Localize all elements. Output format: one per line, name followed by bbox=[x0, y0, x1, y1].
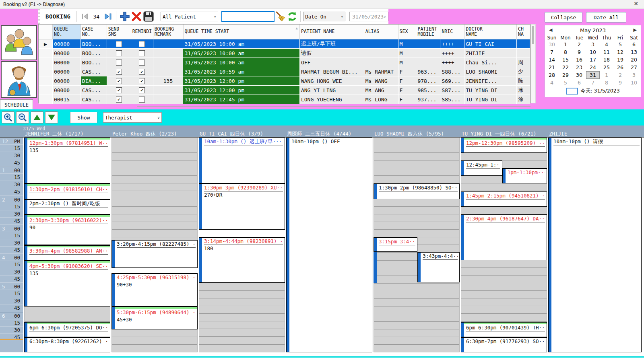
grid-cell[interactable] bbox=[153, 49, 184, 58]
patients-button[interactable] bbox=[1, 25, 37, 60]
clear-search-button[interactable] bbox=[275, 10, 286, 23]
search-input[interactable] bbox=[221, 11, 275, 22]
calendar-day[interactable]: 11 bbox=[600, 48, 613, 56]
calendar-day[interactable]: 4 bbox=[600, 41, 613, 48]
grid-cell[interactable]: 978... bbox=[416, 76, 440, 86]
grid-cell[interactable] bbox=[416, 39, 440, 49]
table-row[interactable]: 00000CAS...✔✔31/05/2023 10:59 amRAHMAT B… bbox=[39, 67, 530, 76]
appointment[interactable]: 6pm-6:30pm (97205375) DO··· bbox=[24, 322, 110, 337]
send-sms-checkbox[interactable] bbox=[116, 60, 122, 66]
grid-cell[interactable]: 少 bbox=[517, 67, 530, 76]
remind-checkbox[interactable] bbox=[139, 41, 145, 47]
grid-cell[interactable]: 135 bbox=[153, 76, 184, 86]
grid-cell[interactable]: ▶ bbox=[39, 39, 53, 49]
grid-cell[interactable] bbox=[131, 95, 153, 104]
grid-cell[interactable] bbox=[39, 76, 53, 86]
scroll-down-button[interactable] bbox=[45, 111, 58, 123]
calendar-day[interactable]: 22 bbox=[559, 64, 572, 71]
grid-cell[interactable]: ++++ bbox=[440, 39, 464, 49]
grid-header-cell[interactable]: SEX bbox=[398, 25, 417, 39]
grid-cell[interactable] bbox=[39, 86, 53, 95]
grid-cell[interactable] bbox=[153, 95, 184, 104]
grid-header-cell[interactable]: REMINDI bbox=[131, 25, 153, 39]
calendar-next-icon[interactable]: ▶ bbox=[634, 27, 637, 33]
calendar-day[interactable]: 17 bbox=[586, 56, 600, 64]
grid-cell[interactable]: 31/05/2023 10:00 am bbox=[183, 49, 300, 58]
grid-cell[interactable] bbox=[131, 49, 153, 58]
unavailable-block[interactable] bbox=[199, 283, 285, 352]
appointment[interactable]: 3:20pm-4:15pm (82227485) ··· bbox=[111, 240, 198, 268]
appointment[interactable]: 1:30pm-2pm (98648850) SO··· bbox=[374, 183, 460, 199]
grid-cell[interactable]: M bbox=[398, 39, 417, 49]
grid-cell[interactable]: CAS... bbox=[81, 95, 107, 104]
grid-cell[interactable] bbox=[39, 67, 53, 76]
patient-filter-select[interactable]: All Patient▾ bbox=[161, 12, 218, 21]
calendar-day[interactable]: 30 bbox=[545, 41, 559, 48]
grid-cell[interactable]: ANG YI LING bbox=[300, 86, 364, 95]
grid-cell[interactable]: ++++ bbox=[440, 49, 464, 58]
calendar-day[interactable]: 7 bbox=[586, 79, 600, 86]
grid-header-cell[interactable]: QUEUE TIME START▲ bbox=[184, 25, 300, 39]
grid-cell[interactable]: GU TI CAI bbox=[464, 39, 517, 49]
appointment[interactable]: 3:15pm-3:4··· bbox=[374, 237, 417, 252]
grid-cell[interactable]: Chau Si... bbox=[464, 58, 517, 67]
grid-cell[interactable]: ++++ bbox=[440, 58, 464, 67]
calendar-prev-icon[interactable]: ◀ bbox=[549, 27, 552, 33]
grid-cell[interactable]: JENNIFE... bbox=[464, 76, 517, 86]
calendar-day[interactable]: 10 bbox=[627, 79, 641, 86]
calendar-day[interactable]: 16 bbox=[572, 56, 586, 64]
splitter-handle[interactable] bbox=[137, 106, 530, 107]
grid-cell[interactable]: 31/05/2023 10:00 am bbox=[183, 39, 300, 49]
appointment[interactable]: 1:45pm-2:15pm (94510821) ··· bbox=[461, 191, 547, 207]
grid-header-cell[interactable]: QUEUE NO. bbox=[53, 25, 81, 39]
table-row[interactable]: 00000BOO...31/05/2023 10:00 am请假M++++ZHI… bbox=[39, 49, 530, 58]
close-button[interactable]: ✕ bbox=[634, 0, 638, 7]
calendar-day[interactable]: 18 bbox=[600, 56, 613, 64]
calendar-day[interactable]: 23 bbox=[572, 64, 586, 71]
appointment[interactable]: 3:43pm-4:4··· bbox=[417, 252, 460, 282]
grid-cell[interactable]: LUO SHAOMI bbox=[464, 67, 517, 76]
grid-header-cell[interactable]: BOOKING REMARK bbox=[153, 25, 184, 39]
grid-cell[interactable]: F bbox=[398, 86, 417, 95]
zoom-out-button[interactable] bbox=[16, 111, 29, 123]
appointment[interactable]: 2pm-2:30pm () 留时间/吃饭 bbox=[24, 199, 110, 214]
first-record-button[interactable] bbox=[79, 10, 91, 23]
grid-cell[interactable] bbox=[364, 49, 398, 58]
grid-cell[interactable]: 00000 bbox=[53, 49, 81, 58]
send-sms-checkbox[interactable]: ✔ bbox=[116, 87, 122, 93]
grid-cell[interactable]: 周 bbox=[517, 58, 530, 67]
grid-cell[interactable]: S69... bbox=[440, 76, 464, 86]
send-sms-checkbox[interactable] bbox=[116, 50, 122, 56]
show-button[interactable]: Show bbox=[70, 112, 97, 123]
grid-cell[interactable] bbox=[416, 58, 440, 67]
calendar-day[interactable]: 21 bbox=[545, 64, 559, 71]
grid-cell[interactable]: 迟上班/早下班 bbox=[300, 39, 364, 49]
unavailable-block[interactable] bbox=[461, 207, 547, 214]
send-sms-checkbox[interactable]: ✔ bbox=[116, 69, 122, 75]
calendar-day[interactable]: 8 bbox=[559, 48, 572, 56]
date-mode-select[interactable]: Date On▾ bbox=[303, 12, 345, 21]
grid-header-cell[interactable]: CH NA bbox=[517, 25, 530, 39]
therapist-column-header[interactable]: LUO SHAOMI 四六休 (5/95) bbox=[374, 131, 444, 137]
grid-cell[interactable] bbox=[364, 58, 398, 67]
remind-checkbox[interactable]: ✔ bbox=[139, 78, 145, 84]
calendar-day[interactable]: 1 bbox=[559, 41, 572, 48]
grid-cell[interactable]: Ms ANG bbox=[364, 86, 398, 95]
appointment[interactable]: 12pm-12:30pm (98595209) ··· bbox=[461, 138, 547, 153]
grid-cell[interactable]: ✔ bbox=[131, 67, 153, 76]
grid-cell[interactable]: 31/05/2023 12:00 pm bbox=[183, 86, 300, 95]
unavailable-block[interactable] bbox=[111, 138, 198, 240]
appointment[interactable]: 12:45pm-1:··· bbox=[461, 160, 502, 176]
calendar-day[interactable]: 19 bbox=[613, 56, 627, 64]
grid-cell[interactable]: 00015 bbox=[53, 95, 81, 104]
appointment[interactable]: 4pm-5:30pm (91083620) SE···135 bbox=[24, 260, 110, 306]
appointment[interactable]: 1:30pm-3pm (92390289) XU···270+DR bbox=[199, 183, 285, 229]
remind-checkbox[interactable] bbox=[139, 60, 145, 66]
unavailable-block[interactable] bbox=[374, 138, 460, 183]
grid-cell[interactable]: F bbox=[398, 95, 417, 104]
calendar-day[interactable]: 15 bbox=[559, 56, 572, 64]
table-row[interactable]: 00000CAS...✔✔31/05/2023 12:00 pmANG YI L… bbox=[39, 86, 530, 95]
calendar-day[interactable]: 2 bbox=[613, 71, 627, 79]
grid-cell[interactable]: 31/05/2023 12:45 pm bbox=[183, 95, 300, 104]
grid-cell[interactable]: 963... bbox=[416, 67, 440, 76]
